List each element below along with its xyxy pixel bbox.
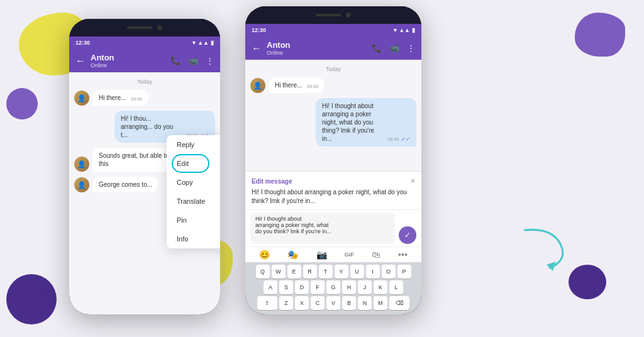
- call-icon-right[interactable]: 📞: [372, 43, 382, 53]
- keyboard-row-2: A S D F G H J K L: [247, 280, 420, 294]
- key-u[interactable]: U: [350, 265, 364, 279]
- speaker-left: [127, 26, 152, 29]
- phone-left: 12:30 ▾ ▲▲ ▮ ← Anton Online 📞 📹 ⋮: [69, 19, 220, 314]
- key-m[interactable]: M: [374, 296, 387, 310]
- bubble-received-right-1: Hi there... 09:48: [269, 77, 325, 93]
- phones-container: 12:30 ▾ ▲▲ ▮ ← Anton Online 📞 📹 ⋮: [69, 19, 421, 314]
- key-z[interactable]: Z: [279, 296, 293, 310]
- battery-icon-right: ▮: [412, 27, 415, 33]
- key-g[interactable]: G: [326, 280, 340, 294]
- back-button-right[interactable]: ←: [252, 43, 262, 54]
- sticker-icon[interactable]: 🎭: [287, 250, 298, 260]
- phone-right: 12:30 ▾ ▲▲ ▮ ← Anton Online 📞 📹 ⋮: [245, 6, 421, 314]
- key-j[interactable]: J: [358, 280, 372, 294]
- bubble-sent-text-right-1: Hi! I thought about arranging a poker ni…: [322, 102, 383, 143]
- key-o[interactable]: O: [382, 265, 396, 279]
- bubble-sent-time-right-1: 09:49 ✓✓: [388, 136, 410, 143]
- send-button-right[interactable]: ✓: [399, 226, 416, 244]
- bubble-text-right-1: Hi there...: [275, 81, 302, 89]
- bubble-time-right-1: 09:48: [307, 84, 318, 89]
- key-y[interactable]: Y: [335, 265, 348, 279]
- shop-icon[interactable]: 🛍: [372, 250, 380, 260]
- camera-icon[interactable]: 📷: [316, 250, 327, 260]
- more-icon-left[interactable]: ⋮: [206, 56, 214, 65]
- teal-arrow-icon: [518, 224, 575, 274]
- key-x[interactable]: X: [295, 296, 309, 310]
- context-info[interactable]: Info: [167, 229, 220, 248]
- contact-info-left: Anton Online: [91, 53, 165, 69]
- key-backspace[interactable]: ⌫: [389, 296, 409, 310]
- back-button-left[interactable]: ←: [75, 55, 86, 67]
- phone-body-left: 12:30 ▾ ▲▲ ▮ ← Anton Online 📞 📹 ⋮: [69, 36, 220, 314]
- key-a[interactable]: A: [264, 280, 277, 294]
- context-copy[interactable]: Copy: [167, 173, 220, 192]
- key-h[interactable]: H: [342, 280, 356, 294]
- key-b[interactable]: B: [342, 296, 356, 310]
- message-input-right[interactable]: Hi! I thought about arranging a poker ni…: [250, 213, 395, 244]
- call-icon-left[interactable]: 📞: [170, 56, 180, 65]
- video-icon-left[interactable]: 📹: [188, 56, 198, 65]
- context-pin[interactable]: Pin: [167, 211, 220, 229]
- message-row-received-left: 👤 Hi there... 09:48: [74, 90, 215, 106]
- message-row-sent-right: Hi! I thought about arranging a poker ni…: [250, 98, 416, 146]
- battery-icon: ▮: [211, 40, 214, 46]
- context-translate[interactable]: Translate: [167, 192, 220, 211]
- contact-name-left: Anton: [91, 53, 165, 62]
- key-q[interactable]: Q: [256, 265, 270, 279]
- key-i[interactable]: I: [366, 265, 380, 279]
- camera-right: [346, 13, 351, 18]
- avatar-img-left: 👤: [74, 91, 89, 106]
- key-t[interactable]: T: [319, 265, 333, 279]
- context-edit[interactable]: Edit: [167, 154, 220, 173]
- key-v[interactable]: V: [326, 296, 340, 310]
- more-icons[interactable]: •••: [398, 250, 408, 260]
- edit-message-header: Edit message ×: [252, 177, 415, 185]
- key-s[interactable]: S: [279, 280, 293, 294]
- bubble-text-3: George comes to...: [99, 181, 152, 188]
- phone-topbar-right: [245, 6, 421, 24]
- key-d[interactable]: D: [295, 280, 309, 294]
- key-k[interactable]: K: [374, 280, 387, 294]
- key-f[interactable]: F: [311, 280, 325, 294]
- decorative-blob-purple-topright: [575, 13, 625, 57]
- key-shift[interactable]: ⇧: [257, 296, 277, 310]
- status-time-right: 12:30: [252, 27, 266, 33]
- bubble-sent-right-1: Hi! I thought about arranging a poker ni…: [316, 98, 416, 146]
- edit-close-button[interactable]: ×: [411, 177, 415, 185]
- emoji-icon[interactable]: 😊: [259, 250, 270, 260]
- input-icons-row-right: 😊 🎭 📷 GIF 🛍 •••: [245, 246, 421, 262]
- edit-message-label: Edit message: [252, 178, 292, 185]
- key-l[interactable]: L: [389, 280, 403, 294]
- contact-info-right: Anton Online: [267, 40, 367, 56]
- status-icons-left: ▾ ▲▲ ▮: [192, 40, 214, 46]
- key-p[interactable]: P: [397, 265, 411, 279]
- more-icon-right[interactable]: ⋮: [407, 43, 415, 53]
- speaker-right: [316, 14, 341, 16]
- key-e[interactable]: E: [287, 265, 301, 279]
- contact-status-left: Online: [91, 62, 165, 69]
- app-header-right: ← Anton Online 📞 📹 ⋮: [245, 36, 421, 60]
- message-row-received-right: 👤 Hi there... 09:48: [250, 77, 416, 93]
- chat-scroll-right: Today 👤 Hi there... 09:48: [245, 60, 421, 171]
- avatar-left: 👤: [74, 91, 89, 106]
- key-c[interactable]: C: [311, 296, 325, 310]
- gif-icon[interactable]: GIF: [345, 251, 354, 258]
- decorative-blob-purple-topleft: [6, 88, 38, 119]
- status-icons-right: ▾ ▲▲ ▮: [394, 27, 415, 33]
- key-n[interactable]: N: [358, 296, 372, 310]
- header-icons-right: 📞 📹 ⋮: [372, 43, 415, 53]
- contact-name-right: Anton: [267, 40, 367, 50]
- checkmarks-right: ✓✓: [401, 136, 410, 142]
- keyboard-row-1: Q W E R T Y U I O P: [247, 265, 420, 279]
- video-icon-right[interactable]: 📹: [389, 43, 399, 53]
- keyboard-row-3: ⇧ Z X C V B N M ⌫: [247, 296, 420, 310]
- key-r[interactable]: R: [303, 265, 317, 279]
- context-reply[interactable]: Reply: [167, 135, 220, 154]
- edit-message-text: Hi! I thought about arranging a poker ni…: [252, 188, 415, 206]
- bubble-text-1: Hi there...: [99, 94, 126, 102]
- key-w[interactable]: W: [272, 265, 286, 279]
- signal-icon-right: ▲▲: [399, 27, 410, 33]
- avatar-left-2: 👤: [74, 157, 89, 172]
- phone-topbar-left: [69, 19, 220, 36]
- wifi-icon-right: ▾: [394, 27, 397, 33]
